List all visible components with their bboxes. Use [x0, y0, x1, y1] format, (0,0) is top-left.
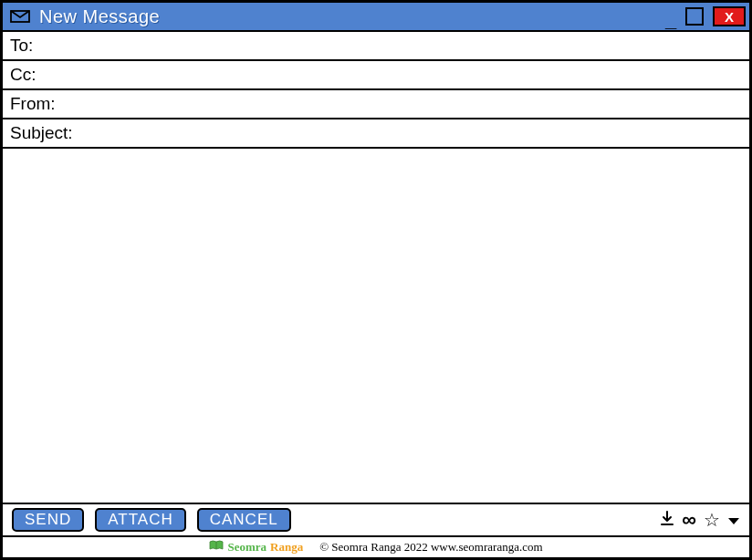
to-label: To:	[10, 36, 33, 56]
copyright-text: © Seomra Ranga 2022 www.seomraranga.com	[319, 540, 542, 555]
star-icon[interactable]: ☆	[704, 511, 720, 529]
subject-label: Subject:	[10, 123, 73, 143]
subject-field-row[interactable]: Subject:	[3, 119, 749, 149]
brand-word-1: Seomra	[227, 540, 266, 555]
window-title: New Message	[39, 6, 660, 27]
email-compose-window: New Message _ X To: Cc: From: Subject: S…	[0, 0, 752, 560]
brand-logo: Seomra Ranga	[209, 540, 303, 555]
window-controls: _ X	[660, 5, 746, 27]
toolbar-right-icons: ∞ ☆	[660, 510, 740, 530]
title-bar: New Message _ X	[3, 3, 749, 32]
to-field-row[interactable]: To:	[3, 32, 749, 61]
dropdown-icon[interactable]	[727, 511, 740, 529]
download-icon[interactable]	[660, 511, 674, 530]
envelope-icon	[10, 10, 30, 23]
brand-word-2: Ranga	[270, 540, 303, 555]
link-icon[interactable]: ∞	[682, 510, 696, 530]
maximize-button[interactable]	[685, 7, 704, 26]
cancel-button[interactable]: CANCEL	[197, 508, 291, 532]
from-field-row[interactable]: From:	[3, 90, 749, 119]
send-button[interactable]: SEND	[12, 508, 84, 532]
cc-field-row[interactable]: Cc:	[3, 61, 749, 90]
footer: Seomra Ranga © Seomra Ranga 2022 www.seo…	[3, 537, 749, 557]
from-label: From:	[10, 94, 56, 114]
cc-label: Cc:	[10, 65, 37, 85]
attach-button[interactable]: ATTACH	[95, 508, 185, 532]
book-icon	[209, 540, 224, 555]
minimize-button[interactable]: _	[660, 5, 682, 27]
close-button[interactable]: X	[713, 6, 746, 26]
compose-toolbar: SEND ATTACH CANCEL ∞ ☆	[3, 504, 749, 537]
message-body[interactable]	[3, 149, 749, 504]
